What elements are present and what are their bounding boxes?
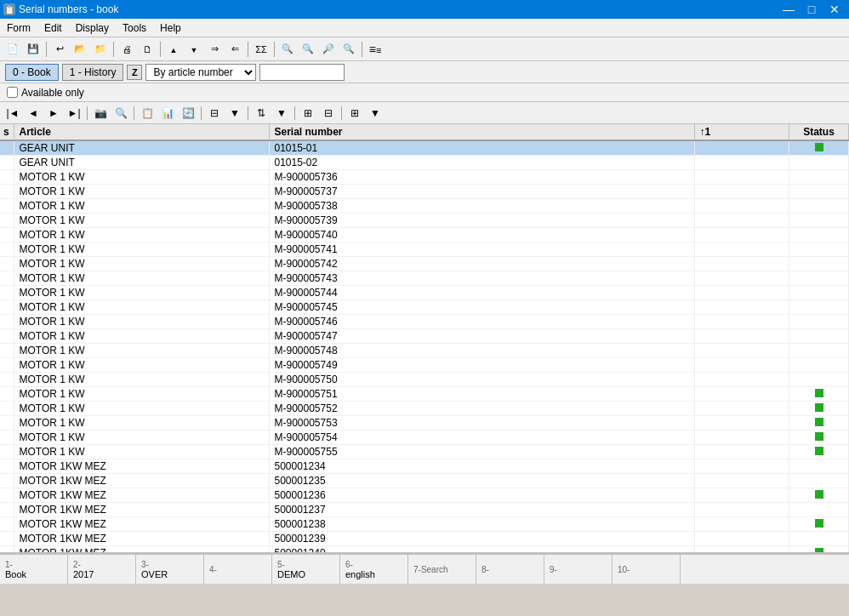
preview-button[interactable]: 🗋 bbox=[138, 40, 157, 59]
table-row[interactable]: MOTOR 1 KWM-900005747 bbox=[0, 329, 849, 344]
table-row[interactable]: GEAR UNIT01015-01 bbox=[0, 140, 849, 156]
sort-icon: ⇅ bbox=[257, 107, 265, 119]
cell-serial-14: M-900005748 bbox=[269, 344, 694, 358]
table-row[interactable]: MOTOR 1KW MEZ500001237 bbox=[0, 503, 849, 517]
print-button[interactable]: 🖨 bbox=[117, 40, 136, 59]
col-header-status[interactable]: Status bbox=[789, 124, 849, 140]
table-row[interactable]: MOTOR 1 KWM-900005753 bbox=[0, 416, 849, 431]
table-row[interactable]: MOTOR 1 KWM-900005738 bbox=[0, 199, 849, 214]
z-button[interactable]: Z bbox=[127, 65, 142, 80]
up-button[interactable] bbox=[164, 40, 183, 59]
table-row[interactable]: MOTOR 1 KWM-900005754 bbox=[0, 431, 849, 445]
find-button[interactable]: 🔍 bbox=[278, 40, 297, 59]
status-value-4: DEMO bbox=[277, 569, 334, 579]
maximize-button[interactable]: □ bbox=[801, 0, 823, 19]
prev-record-button[interactable]: ◄ bbox=[24, 105, 43, 122]
available-only-label[interactable]: Available only bbox=[7, 87, 84, 99]
table-row[interactable]: MOTOR 1 KWM-900005744 bbox=[0, 286, 849, 300]
cell-article-9: MOTOR 1 KW bbox=[14, 271, 269, 286]
filter-input[interactable] bbox=[259, 64, 345, 81]
cols-btn-1[interactable]: ⊞ bbox=[299, 105, 317, 122]
cell-serial-9: M-900005743 bbox=[269, 271, 694, 286]
sum-button[interactable]: Σ bbox=[252, 40, 271, 59]
table-row[interactable]: MOTOR 1 KWM-900005743 bbox=[0, 271, 849, 286]
filter-dropdown[interactable]: By article number By serial number bbox=[145, 64, 256, 81]
find-icon: 🔍 bbox=[282, 43, 293, 54]
table-row[interactable]: MOTOR 1 KWM-900005741 bbox=[0, 242, 849, 257]
first-record-button[interactable]: |◄ bbox=[3, 105, 22, 122]
available-only-checkbox[interactable] bbox=[7, 87, 18, 98]
find-prev-button[interactable]: 🔎 bbox=[319, 40, 338, 59]
table-row[interactable]: MOTOR 1KW MEZ500001238 bbox=[0, 517, 849, 532]
table-container[interactable]: s Article Serial number ↑1 Status GEAR U… bbox=[0, 124, 849, 553]
book-tab[interactable]: 0 - Book bbox=[5, 64, 59, 81]
table-row[interactable]: MOTOR 1 KWM-900005745 bbox=[0, 300, 849, 315]
col-header-sort[interactable]: ↑1 bbox=[694, 124, 789, 140]
table-row[interactable]: MOTOR 1KW MEZ500001240 bbox=[0, 546, 849, 554]
table-row[interactable]: MOTOR 1 KWM-900005748 bbox=[0, 344, 849, 358]
cell-serial-24: 500001236 bbox=[269, 488, 694, 503]
search-nav-button[interactable]: 🔍 bbox=[111, 105, 130, 122]
grid-button[interactable]: ⊞ bbox=[345, 105, 364, 122]
app-icon: 📋 bbox=[3, 3, 15, 15]
table-row[interactable]: MOTOR 1KW MEZ500001239 bbox=[0, 532, 849, 546]
table-row[interactable]: MOTOR 1 KWM-900005740 bbox=[0, 228, 849, 242]
table-row[interactable]: MOTOR 1 KWM-900005737 bbox=[0, 185, 849, 199]
find-all-icon: 🔍 bbox=[343, 43, 355, 54]
filter-options-icon: ▼ bbox=[230, 107, 240, 119]
menu-help[interactable]: Help bbox=[153, 19, 188, 37]
find-all-button[interactable]: 🔍 bbox=[339, 40, 358, 59]
nav-btn-5[interactable]: 🔄 bbox=[179, 105, 197, 122]
table-row[interactable]: GEAR UNIT01015-02 bbox=[0, 156, 849, 170]
table-row[interactable]: MOTOR 1 KWM-900005752 bbox=[0, 402, 849, 416]
redo-button[interactable]: 📂 bbox=[71, 40, 89, 59]
menu-button[interactable]: ≡ bbox=[366, 40, 385, 59]
table-row[interactable]: MOTOR 1KW MEZ500001235 bbox=[0, 474, 849, 488]
col-header-s[interactable]: s bbox=[0, 124, 14, 140]
find-next-button[interactable]: 🔍 bbox=[299, 40, 317, 59]
filter-nav-button[interactable]: ⊟ bbox=[205, 105, 224, 122]
sort-button[interactable]: ⇅ bbox=[252, 105, 271, 122]
table-row[interactable]: MOTOR 1 KWM-900005746 bbox=[0, 315, 849, 329]
cell-s-13 bbox=[0, 329, 14, 344]
new-button[interactable]: 📄 bbox=[3, 40, 22, 59]
next-record-button[interactable]: ► bbox=[44, 105, 63, 122]
nav-btn-4[interactable]: 📊 bbox=[158, 105, 177, 122]
cell-s-9 bbox=[0, 271, 14, 286]
table-row[interactable]: MOTOR 1 KWM-900005742 bbox=[0, 257, 849, 271]
cell-serial-10: M-900005744 bbox=[269, 286, 694, 300]
undo-button[interactable] bbox=[50, 40, 69, 59]
camera-button[interactable]: 📷 bbox=[91, 105, 110, 122]
history-tab[interactable]: 1 - History bbox=[62, 64, 124, 81]
table-row[interactable]: MOTOR 1 KWM-900005736 bbox=[0, 170, 849, 185]
menu-tools[interactable]: Tools bbox=[116, 19, 153, 37]
filter-options-button[interactable]: ▼ bbox=[225, 105, 244, 122]
table-row[interactable]: MOTOR 1 KWM-900005751 bbox=[0, 387, 849, 402]
save-button[interactable]: 💾 bbox=[24, 40, 43, 59]
col-header-serial[interactable]: Serial number bbox=[269, 124, 694, 140]
table-row[interactable]: MOTOR 1 KWM-900005750 bbox=[0, 373, 849, 387]
table-row[interactable]: MOTOR 1 KWM-900005749 bbox=[0, 358, 849, 373]
table-row[interactable]: MOTOR 1KW MEZ500001234 bbox=[0, 459, 849, 474]
table-row[interactable]: MOTOR 1 KWM-900005739 bbox=[0, 214, 849, 228]
cell-article-19: MOTOR 1 KW bbox=[14, 416, 269, 431]
nav-btn-3[interactable]: 📋 bbox=[138, 105, 157, 122]
last-record-button[interactable]: ►| bbox=[65, 105, 83, 122]
down-button[interactable] bbox=[185, 40, 203, 59]
col-header-article[interactable]: Article bbox=[14, 124, 269, 140]
cell-status-8 bbox=[789, 257, 849, 271]
sort-options-button[interactable]: ▼ bbox=[272, 105, 291, 122]
table-row[interactable]: MOTOR 1KW MEZ500001236 bbox=[0, 488, 849, 503]
cols-btn-2[interactable]: ⊟ bbox=[319, 105, 338, 122]
grid-options-button[interactable]: ▼ bbox=[366, 105, 385, 122]
menu-edit[interactable]: Edit bbox=[37, 19, 69, 37]
menu-display[interactable]: Display bbox=[69, 19, 116, 37]
menu-form[interactable]: Form bbox=[0, 19, 37, 37]
open-button[interactable]: 📁 bbox=[91, 40, 110, 59]
minimize-button[interactable]: — bbox=[778, 0, 800, 19]
close-button[interactable]: ✕ bbox=[823, 0, 846, 19]
export-button[interactable]: ⇒ bbox=[205, 40, 224, 59]
cell-serial-13: M-900005747 bbox=[269, 329, 694, 344]
table-row[interactable]: MOTOR 1 KWM-900005755 bbox=[0, 445, 849, 459]
import-button[interactable]: ⇐ bbox=[225, 40, 244, 59]
